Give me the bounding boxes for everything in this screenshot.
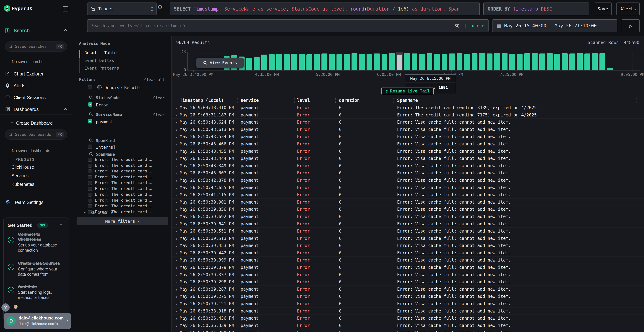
saved-searches-field[interactable] (15, 44, 56, 49)
histogram-bar[interactable] (457, 53, 462, 70)
filter-option-label[interactable]: Error: The credit card … (95, 180, 152, 185)
row-expand-chevron-icon[interactable] (175, 162, 177, 170)
filter-checkbox-spanname[interactable] (88, 198, 92, 202)
table-row[interactable]: May 26 8:50:39.641 PMpaymentError0Error:… (172, 220, 644, 228)
row-expand-chevron-icon[interactable] (175, 322, 177, 329)
row-expand-chevron-icon[interactable] (175, 198, 177, 206)
histogram-bar[interactable] (366, 54, 372, 70)
row-expand-chevron-icon[interactable] (175, 308, 177, 315)
histogram-bar[interactable] (524, 53, 530, 70)
create-dashboard-button[interactable]: + Create Dashboard (0, 120, 72, 127)
histogram-bar[interactable] (382, 54, 387, 70)
histogram-bar[interactable] (419, 54, 425, 70)
filter-option-label[interactable]: Error: The credit card … (95, 198, 152, 202)
mode-event-deltas[interactable]: Event Deltas (84, 58, 114, 63)
search-icon[interactable] (89, 138, 94, 143)
table-row[interactable]: May 26 8:50:36.436 PMpaymentError0Error:… (172, 315, 644, 322)
histogram-bar[interactable] (336, 54, 342, 70)
table-row[interactable]: May 26 8:50:43.466 PMpaymentError0Error:… (172, 140, 644, 148)
column-header-duration[interactable]: duration (339, 96, 360, 104)
preset-item-clickhouse[interactable]: ClickHouse (12, 164, 34, 172)
row-expand-chevron-icon[interactable] (175, 112, 177, 119)
row-expand-chevron-icon[interactable] (175, 315, 177, 322)
table-row[interactable]: May 26 8:50:43.349 PMpaymentError0Error:… (172, 162, 644, 170)
histogram-bar[interactable] (344, 54, 350, 70)
chevron-up-icon[interactable] (64, 29, 67, 32)
user-menu[interactable]: D dale@clickhouse.com dale@clickhouse.co… (4, 313, 71, 329)
histogram-bar[interactable] (449, 54, 455, 70)
filter-checkbox-spanname[interactable] (88, 204, 92, 208)
clear-link[interactable]: Clear (153, 113, 164, 117)
filter-checkbox-error[interactable] (88, 102, 92, 106)
filter-checkbox-payment[interactable] (88, 119, 92, 124)
histogram-bar[interactable] (299, 54, 305, 70)
filter-checkbox-spanname[interactable] (88, 187, 92, 191)
resume-live-tail-button[interactable]: Resume Live Tail (382, 87, 434, 95)
sidebar-item-chart-explorer[interactable]: Chart Explorer (0, 70, 72, 79)
search-icon[interactable] (89, 152, 94, 156)
table-row[interactable]: May 26 8:50:39.121 PMpaymentError0Error:… (172, 300, 644, 308)
filter-option-label[interactable]: Error: The credit card … (95, 163, 152, 168)
table-row[interactable]: May 26 8:50:41.115 PMpaymentError0Error:… (172, 191, 644, 198)
table-row[interactable]: May 26 8:50:39.442 PMpaymentError0Error:… (172, 249, 644, 257)
filter-checkbox-spanname[interactable] (88, 175, 92, 179)
collapse-sidebar-icon[interactable] (62, 6, 68, 12)
histogram-bar[interactable] (434, 54, 440, 70)
help-button[interactable]: ? (2, 304, 10, 312)
histogram-bar[interactable] (554, 54, 560, 70)
filter-option-label[interactable]: Internal (96, 145, 116, 150)
column-header-timestamp[interactable]: Timestamp (Local) (180, 96, 224, 104)
histogram-bar[interactable] (577, 53, 583, 70)
filter-checkbox-spanname[interactable] (88, 193, 92, 196)
column-drag-handle[interactable] (237, 98, 238, 99)
sidebar-item-dashboards[interactable]: Dashboards (0, 106, 72, 114)
row-expand-chevron-icon[interactable] (175, 177, 177, 184)
event-search-input[interactable] (92, 24, 454, 28)
filter-checkbox-spanname[interactable] (88, 170, 92, 173)
histogram-bar[interactable] (592, 53, 598, 70)
histogram-bar[interactable] (562, 53, 568, 70)
column-header-service[interactable]: service (240, 96, 259, 104)
histogram-bar[interactable] (276, 54, 282, 70)
histogram-bar[interactable] (352, 53, 357, 70)
row-expand-chevron-icon[interactable] (175, 235, 177, 242)
row-expand-chevron-icon[interactable] (175, 300, 177, 308)
row-expand-chevron-icon[interactable] (175, 148, 177, 155)
histogram-bar[interactable] (600, 53, 605, 70)
table-row[interactable]: May 26 8:50:39.513 PMpaymentError0Error:… (172, 235, 644, 242)
clear-all-link[interactable]: Clear all (144, 78, 164, 82)
table-row[interactable]: May 26 9:04:18.410 PMpaymentError0Error:… (172, 104, 644, 112)
table-row[interactable]: May 26 8:50:39.551 PMpaymentError0Error:… (172, 228, 644, 235)
table-row[interactable]: May 26 8:50:36.329 PMpaymentError0Error:… (172, 329, 644, 332)
histogram-bar[interactable] (269, 54, 274, 70)
row-expand-chevron-icon[interactable] (175, 264, 177, 271)
histogram-bar[interactable] (464, 54, 470, 70)
table-row[interactable]: May 26 8:50:43.534 PMpaymentError0Error:… (172, 133, 644, 140)
preset-item-kubernetes[interactable]: Kubernetes (12, 182, 34, 189)
filter-option-label[interactable]: Error: The credit card … (95, 157, 152, 162)
row-expand-chevron-icon[interactable] (175, 133, 177, 140)
row-expand-chevron-icon[interactable] (175, 191, 177, 198)
histogram-bar[interactable] (502, 53, 508, 70)
date-range-picker[interactable]: May 26 15:40:00 - May 26 21:10:00 (492, 19, 617, 32)
get-started-item[interactable]: Add Data Start sending logs, metrics, or… (8, 284, 65, 300)
filter-option-label[interactable]: Error (96, 103, 108, 107)
column-header-spanname[interactable]: SpanName (397, 96, 418, 104)
row-expand-chevron-icon[interactable] (175, 249, 177, 257)
sql-editor[interactable]: SELECT Timestamp, ServiceName as service… (170, 2, 480, 16)
histogram-bar[interactable] (254, 57, 260, 70)
row-expand-chevron-icon[interactable] (175, 206, 177, 213)
saved-dashboards-field[interactable] (15, 132, 56, 137)
row-expand-chevron-icon[interactable] (175, 184, 177, 192)
table-row[interactable]: May 26 8:50:43.444 PMpaymentError0Error:… (172, 155, 644, 162)
histogram-bar[interactable] (404, 53, 410, 70)
clear-link[interactable]: Clear (153, 96, 164, 100)
table-row[interactable]: May 26 8:50:39.453 PMpaymentError0Error:… (172, 242, 644, 249)
event-search-bar[interactable]: SQL | Lucene (87, 19, 488, 32)
filter-option-label[interactable]: Error: The credit card … (95, 186, 152, 191)
histogram-bar[interactable] (389, 53, 395, 70)
histogram-bar[interactable] (314, 54, 320, 70)
row-expand-chevron-icon[interactable] (175, 293, 177, 300)
filter-option-label[interactable]: Error: The credit card … (95, 204, 152, 208)
row-expand-chevron-icon[interactable] (175, 228, 177, 235)
